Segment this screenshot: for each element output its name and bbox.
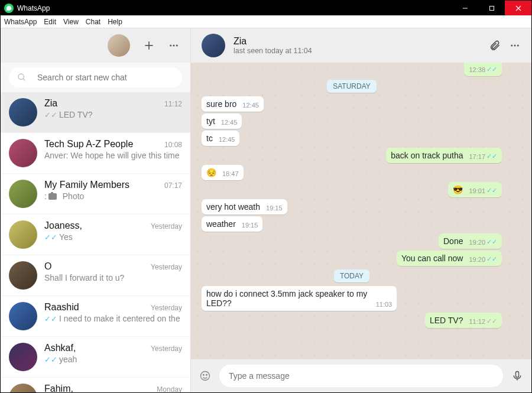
svg-line-10 (23, 79, 25, 80)
svg-point-8 (176, 45, 178, 47)
chat-list-item[interactable]: My Family Members07:17: Photo (1, 174, 190, 215)
chat-name: Joaness, (44, 220, 82, 231)
search-input[interactable] (37, 73, 174, 82)
chat-list-item[interactable]: Fahim,Mondaythanx (1, 378, 190, 392)
read-receipt-icon: ✓✓ (486, 317, 497, 325)
messages-pane[interactable]: 12:38✓✓SATURDAYsure bro12:45tyt12:45tc12… (191, 63, 531, 359)
window-close-button[interactable] (505, 1, 531, 15)
chat-menu-button[interactable] (509, 40, 521, 51)
message-text: how do i connect 3.5mm jack speaker to m… (206, 289, 371, 308)
whatsapp-logo-icon (4, 4, 14, 13)
read-receipt-icon: ✓✓ (44, 355, 57, 364)
composer (191, 359, 531, 392)
menu-item[interactable]: Chat (86, 18, 100, 26)
menu-item[interactable]: Help (108, 18, 122, 26)
read-receipt-icon: ✓✓ (486, 152, 497, 160)
voice-button[interactable] (511, 370, 523, 382)
chat-list-item[interactable]: Zia11:12✓✓LED TV? (1, 92, 190, 133)
message-bubble-incoming[interactable]: how do i connect 3.5mm jack speaker to m… (202, 286, 397, 311)
svg-point-14 (201, 372, 210, 381)
message-time: 17:17 (469, 153, 485, 160)
chat-list-item[interactable]: OYesterdayShall I forward it to u? (1, 255, 190, 296)
message-row: Done19:20✓✓ (202, 233, 502, 249)
window-maximize-button[interactable] (478, 1, 505, 15)
read-receipt-icon: ✓✓ (44, 314, 57, 323)
sidebar-menu-button[interactable] (168, 40, 180, 51)
app-title: WhatsApp (17, 4, 452, 12)
svg-rect-1 (489, 6, 494, 10)
chat-preview: Shall I forward it to u? (44, 273, 182, 282)
emoji-button[interactable] (199, 370, 211, 382)
message-time: 12:45 (242, 102, 259, 109)
message-text: sure bro (206, 99, 238, 109)
message-bubble-incoming[interactable]: sure bro12:45 (202, 96, 264, 112)
message-bubble-outgoing[interactable]: 😎19:01✓✓ (448, 182, 502, 197)
chat-avatar (9, 98, 37, 126)
search-box[interactable] (9, 67, 182, 87)
conversation-avatar[interactable] (202, 34, 225, 57)
message-bubble-incoming[interactable]: 😔18:47 (202, 165, 244, 180)
message-text: very hot weath (206, 202, 261, 212)
day-separator: TODAY (202, 269, 502, 282)
title-bar: WhatsApp (1, 1, 531, 15)
chat-name: Raashid (44, 302, 79, 313)
message-bubble-incoming[interactable]: tyt12:45 (202, 113, 242, 129)
message-time: 19:20 (469, 256, 485, 263)
menu-item[interactable]: WhatsApp (4, 18, 37, 26)
menu-item[interactable]: View (63, 18, 79, 26)
message-bubble-outgoing[interactable]: Done19:20✓✓ (439, 233, 502, 249)
message-bubble-outgoing[interactable]: LED TV?11:12✓✓ (425, 313, 502, 328)
day-badge: SATURDAY (327, 80, 377, 93)
message-row: 😔18:47 (202, 165, 502, 180)
message-time: 12:38 (469, 66, 485, 73)
chat-avatar (9, 180, 37, 208)
chat-avatar (9, 302, 37, 330)
new-chat-button[interactable] (143, 40, 155, 51)
svg-point-15 (203, 375, 205, 376)
message-bubble-outgoing[interactable]: 12:38✓✓ (464, 63, 502, 76)
chat-preview: ✓✓Yes (44, 232, 182, 242)
conversation-info[interactable]: Zia last seen today at 11:04 (233, 36, 481, 55)
chat-list-item[interactable]: Joaness,Yesterday✓✓Yes (1, 215, 190, 255)
chat-avatar (9, 343, 37, 371)
chat-name: Zia (44, 98, 57, 109)
chat-list[interactable]: Zia11:12✓✓LED TV?Tech Sup A-Z People10:0… (1, 92, 190, 392)
chat-list-item[interactable]: RaashidYesterday✓✓I need to make it cent… (1, 296, 190, 337)
camera-icon (48, 193, 57, 200)
chat-time: 07:17 (164, 181, 182, 190)
chat-name: My Family Members (44, 180, 129, 190)
message-bubble-incoming[interactable]: tc12:45 (202, 131, 239, 146)
message-input[interactable] (219, 365, 503, 387)
svg-point-7 (173, 45, 175, 47)
message-time: 19:15 (266, 204, 283, 212)
sidebar: Zia11:12✓✓LED TV?Tech Sup A-Z People10:0… (1, 28, 191, 392)
search-icon (17, 73, 27, 82)
read-receipt-icon: ✓✓ (44, 233, 57, 242)
chat-time: Yesterday (151, 345, 182, 353)
chat-name: Tech Sup A-Z People (44, 139, 133, 150)
message-row: LED TV?11:12✓✓ (202, 313, 502, 328)
message-row: 😎19:01✓✓ (202, 182, 502, 197)
message-bubble-incoming[interactable]: very hot weath19:15 (202, 199, 287, 215)
message-time: 19:15 (242, 222, 258, 229)
message-time: 12:45 (221, 119, 238, 126)
menu-item[interactable]: Edit (44, 18, 56, 26)
message-text: LED TV? (430, 316, 465, 325)
message-bubble-incoming[interactable]: weather19:15 (202, 216, 262, 232)
my-avatar[interactable] (108, 34, 130, 57)
attach-button[interactable] (489, 40, 501, 51)
sidebar-header (1, 28, 190, 63)
chat-time: Yesterday (151, 304, 182, 312)
chat-list-item[interactable]: Tech Sup A-Z People10:08Anver: We hope h… (1, 133, 190, 174)
window-minimize-button[interactable] (452, 1, 478, 15)
message-time: 19:01 (469, 187, 485, 194)
chat-list-item[interactable]: Ashkaf,Yesterday✓✓yeah (1, 337, 190, 378)
message-bubble-outgoing[interactable]: back on track putha17:17✓✓ (386, 148, 502, 163)
day-separator: SATURDAY (202, 80, 502, 93)
app-window: WhatsApp WhatsApp Edit View Chat Help (0, 0, 532, 393)
read-receipt-icon: ✓✓ (486, 187, 497, 194)
chat-avatar (9, 261, 37, 290)
chat-time: Yesterday (151, 222, 182, 230)
message-bubble-outgoing[interactable]: You can call now19:20✓✓ (397, 251, 502, 266)
message-text: 😔 (206, 168, 218, 177)
